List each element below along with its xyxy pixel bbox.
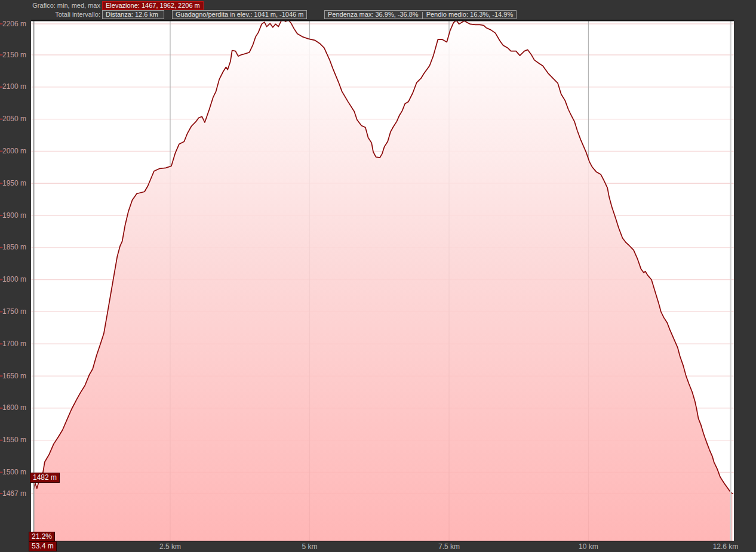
y-tick-label: 2206 m [0, 20, 26, 29]
plot-bottom-border [31, 541, 734, 542]
y-tick-label: 1650 m [0, 372, 26, 381]
slope-box-divider [422, 12, 423, 18]
profile-plot-canvas[interactable] [0, 0, 756, 552]
x-tick-label: 12.6 km [705, 542, 746, 552]
y-tick-label: 2000 m [0, 147, 26, 156]
y-tick-label: 1600 m [0, 403, 26, 412]
y-tick-label: 1467 m [0, 489, 26, 498]
stats-row-label-totali: Totali intervallo: [0, 10, 100, 19]
y-tick-label: 1850 m [0, 243, 26, 252]
y-tick-label: 1900 m [0, 211, 26, 220]
y-tick-label: 1700 m [0, 340, 26, 349]
slope-stats-box: Pendenza max: 36.9%, -36.8%Pendio medio:… [324, 10, 517, 19]
x-tick-label: 10 km [567, 542, 609, 552]
x-tick-label: 5 km [288, 542, 330, 552]
y-tick-label: 1750 m [0, 307, 26, 316]
elevation-profile-chart: 2206 m2150 m2100 m2050 m2000 m1950 m1900… [0, 0, 756, 552]
y-tick-label: 1800 m [0, 275, 26, 284]
stats-row-label-grafico: Grafico: min, med, max [0, 1, 100, 10]
distance-stat-box: Distanza: 12.6 km [102, 10, 164, 19]
y-tick-label: 1950 m [0, 179, 26, 188]
plot-top-border [31, 20, 734, 21]
y-tick-label: 1500 m [0, 468, 26, 477]
y-tick-label: 2150 m [0, 51, 26, 60]
max-slope-stat: Pendenza max: 36.9%, -36.8% [328, 11, 419, 18]
y-tick-label: 2050 m [0, 115, 26, 124]
elevation-stats-badge: Elevazione: 1467, 1962, 2206 m [102, 1, 204, 10]
y-tick-label: 1550 m [0, 436, 26, 445]
cursor-slope-tooltip: 21.2% [29, 532, 55, 542]
y-tick-label: 2100 m [0, 82, 26, 91]
cursor-elevation-tooltip: 1482 m [30, 473, 60, 483]
x-tick-label: 7.5 km [428, 542, 470, 552]
cursor-distance-tooltip: 53.4 m [29, 541, 57, 551]
avg-slope-stat: Pendio medio: 16.3%, -14.9% [426, 11, 514, 18]
x-tick-label: 2.5 km [149, 542, 191, 552]
gain-loss-stat-box: Guadagno/perdita in elev.: 1041 m, -1046… [172, 10, 307, 19]
